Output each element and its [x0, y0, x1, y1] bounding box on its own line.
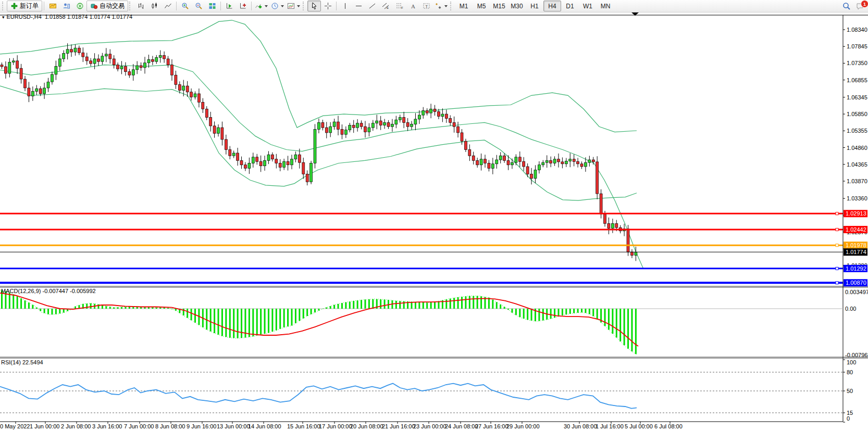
vertical-line-button[interactable]	[338, 1, 352, 11]
toolbar-separator	[336, 2, 337, 10]
tile-windows-button[interactable]	[205, 1, 219, 11]
navigator-icon	[76, 2, 84, 10]
svg-text:1.08340: 1.08340	[847, 27, 867, 33]
toolbar-grip[interactable]	[2, 2, 5, 10]
svg-text:1.02913: 1.02913	[846, 210, 866, 217]
autotrading-button[interactable]: 自动交易	[86, 1, 128, 11]
navigator-button[interactable]	[73, 1, 86, 11]
svg-text:80: 80	[847, 369, 853, 375]
svg-text:27 Jun 16:00: 27 Jun 16:00	[475, 423, 509, 429]
svg-text:17 Jun 00:00: 17 Jun 00:00	[319, 423, 352, 429]
svg-text:1 Jun 00:00: 1 Jun 00:00	[30, 423, 60, 429]
timeframe-button-m1[interactable]: M1	[455, 1, 473, 11]
bollinger-bands	[0, 20, 643, 269]
svg-text:E: E	[387, 6, 389, 9]
label-button[interactable]: T	[419, 1, 433, 11]
svg-text:24 Jun 08:00: 24 Jun 08:00	[445, 423, 478, 429]
periods-button[interactable]	[269, 1, 286, 11]
notifications-button[interactable]: 1	[853, 1, 867, 11]
candlesticks	[1, 43, 637, 261]
autotrading-button-label: 自动交易	[100, 2, 125, 10]
svg-text:1.04365: 1.04365	[847, 161, 867, 168]
auto-scroll-icon	[226, 2, 233, 10]
new-order-button-label: 新订单	[20, 2, 39, 10]
new-order-button[interactable]: 新订单	[7, 1, 42, 11]
timeframe-button-w1[interactable]: W1	[579, 1, 597, 11]
cursor-icon	[311, 2, 318, 10]
autotrading-icon	[90, 2, 98, 10]
timeframe-button-h1[interactable]: H1	[526, 1, 543, 11]
text-icon: A	[409, 2, 417, 10]
trendline-icon	[368, 2, 376, 10]
horizontal-level-lines[interactable]	[0, 212, 843, 284]
indicators-icon	[255, 2, 263, 10]
crosshair-button[interactable]	[321, 1, 334, 11]
svg-text:1.06345: 1.06345	[847, 94, 867, 100]
svg-text:1.07845: 1.07845	[847, 43, 867, 49]
zoom-out-button[interactable]	[192, 1, 205, 11]
indicators-button[interactable]	[253, 1, 269, 11]
trendline-button[interactable]	[365, 1, 379, 11]
dropdown-caret-icon	[297, 5, 300, 7]
crosshair-icon	[324, 2, 332, 10]
svg-text:F: F	[401, 6, 403, 9]
profiles-icon	[63, 2, 70, 10]
zoom-in-button[interactable]	[178, 1, 192, 11]
timeframe-button-m30[interactable]: M30	[508, 1, 526, 11]
new-chart-button[interactable]	[46, 1, 59, 11]
cursor-button[interactable]	[307, 1, 321, 11]
toolbar-grip[interactable]	[129, 2, 132, 10]
svg-text:21 Jun 16:00: 21 Jun 16:00	[382, 423, 415, 429]
svg-text:2 Jun 08:00: 2 Jun 08:00	[61, 423, 91, 429]
chart-shift-icon	[239, 2, 247, 10]
zoom-in-icon	[181, 2, 189, 10]
time-axis[interactable]: 0 May 20221 Jun 00:002 Jun 08:003 Jun 16…	[0, 422, 683, 429]
templates-button[interactable]	[286, 1, 302, 11]
timeframe-button-d1[interactable]: D1	[561, 1, 579, 11]
svg-text:9 Jun 16:00: 9 Jun 16:00	[187, 423, 217, 429]
timeframe-button-m15[interactable]: M15	[490, 1, 508, 11]
svg-text:0: 0	[847, 415, 850, 422]
dropdown-caret-icon	[281, 5, 284, 7]
svg-text:5 Jul 00:00: 5 Jul 00:00	[625, 423, 653, 429]
chart-shift-button[interactable]	[236, 1, 250, 11]
timeframe-button-m5[interactable]: M5	[473, 1, 490, 11]
svg-text:20 Jun 08:00: 20 Jun 08:00	[350, 423, 383, 429]
toolbar-grip[interactable]	[450, 2, 453, 10]
svg-text:1 Jul 16:00: 1 Jul 16:00	[596, 423, 624, 429]
zoom-out-icon	[195, 2, 203, 10]
toolbar-separator	[44, 2, 44, 10]
svg-text:T: T	[425, 4, 428, 9]
line-chart-button[interactable]	[161, 1, 175, 11]
text-button[interactable]: A	[406, 1, 419, 11]
price-tags: 1.029131.024421.019781.012921.008701.017…	[844, 210, 867, 286]
toolbar-grip[interactable]	[303, 2, 305, 10]
fibonacci-button[interactable]: F	[392, 1, 406, 11]
svg-text:1.07350: 1.07350	[847, 60, 867, 66]
channel-button[interactable]: E	[379, 1, 392, 11]
candle-chart-button[interactable]	[147, 1, 161, 11]
template-icon	[287, 2, 295, 10]
rsi-pane	[0, 372, 843, 413]
timeframe-button-mn[interactable]: MN	[597, 1, 614, 11]
svg-text:6 Jul 08:00: 6 Jul 08:00	[654, 423, 683, 429]
timeframe-button-h4[interactable]: H4	[543, 1, 561, 11]
svg-text:100: 100	[847, 359, 856, 365]
macd-pane	[0, 290, 843, 354]
arrows-button[interactable]	[433, 1, 449, 11]
bar-chart-button[interactable]	[134, 1, 147, 11]
svg-text:A: A	[411, 3, 415, 9]
horizontal-line-button[interactable]	[352, 1, 365, 11]
svg-text:0 May 2022: 0 May 2022	[0, 423, 30, 429]
price-axis[interactable]: 1.083401.078451.073501.068551.063451.058…	[843, 27, 868, 422]
svg-text:29 Jun 00:00: 29 Jun 00:00	[506, 423, 540, 429]
vertical-line-icon	[341, 2, 349, 10]
tile-windows-icon	[208, 2, 216, 10]
svg-text:1.05850: 1.05850	[847, 111, 867, 117]
auto-scroll-button[interactable]	[222, 1, 236, 11]
svg-text:50: 50	[847, 388, 853, 394]
profiles-button[interactable]	[59, 1, 73, 11]
toolbar-separator	[220, 2, 221, 10]
search-button[interactable]	[840, 1, 853, 11]
price-chart-area[interactable]: 1.083401.078451.073501.068551.063451.058…	[0, 12, 868, 431]
